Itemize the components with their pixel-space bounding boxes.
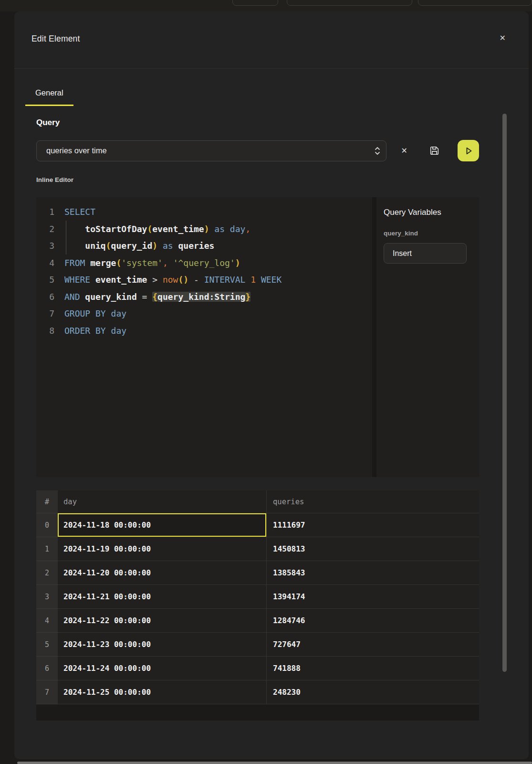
table-row: 32024-11-21 00:00:001394174 — [36, 585, 479, 609]
row-index-cell: 6 — [36, 657, 58, 680]
line-number: 2 — [36, 221, 54, 238]
code-line: 6AND query_kind = {query_kind:String} — [36, 288, 372, 306]
modal-header: Edit Element ✕ — [14, 11, 529, 69]
line-number: 5 — [36, 271, 54, 288]
line-number: 4 — [36, 255, 54, 272]
horizontal-scrollbar[interactable] — [17, 762, 532, 764]
code-text: ORDER BY day — [64, 322, 126, 340]
day-cell[interactable]: 2024-11-22 00:00:00 — [58, 609, 267, 633]
sql-editor[interactable]: 1SELECT2 toStartOfDay(event_time) as day… — [36, 197, 372, 477]
table-row: 12024-11-19 00:00:001450813 — [36, 537, 479, 561]
save-icon — [428, 145, 440, 157]
code-text: AND query_kind = {query_kind:String} — [64, 288, 250, 306]
run-query-button[interactable] — [458, 140, 479, 161]
day-cell[interactable]: 2024-11-23 00:00:00 — [58, 633, 267, 657]
day-cell[interactable]: 2024-11-25 00:00:00 — [58, 680, 267, 704]
background-input — [287, 0, 412, 6]
code-text: GROUP BY day — [64, 305, 126, 322]
code-line: 7GROUP BY day — [36, 305, 372, 322]
modal-title: Edit Element — [31, 34, 80, 44]
table-header-row: #dayqueries — [36, 490, 479, 513]
background-toolbar — [0, 0, 532, 11]
tab-general[interactable]: General — [25, 69, 73, 106]
queries-cell[interactable]: 741888 — [267, 657, 479, 680]
modal-content: Query queries over time ✕ — [14, 118, 529, 721]
day-cell[interactable]: 2024-11-19 00:00:00 — [58, 537, 267, 561]
code-text: FROM merge('system', '^query_log') — [64, 255, 240, 272]
table-footer — [36, 704, 479, 721]
tab-bar: General — [14, 69, 529, 106]
code-line: 5WHERE event_time > now() - INTERVAL 1 W… — [36, 271, 372, 288]
row-index-cell: 5 — [36, 633, 58, 657]
code-line: 8ORDER BY day — [36, 322, 372, 340]
column-header-day[interactable]: day — [58, 490, 267, 513]
table-row: 52024-11-23 00:00:00727647 — [36, 633, 479, 657]
queries-cell[interactable]: 248230 — [267, 680, 479, 704]
queries-cell[interactable]: 1284746 — [267, 609, 479, 633]
play-icon — [463, 146, 474, 156]
line-number: 7 — [36, 305, 54, 322]
row-index-cell: 4 — [36, 609, 58, 633]
row-index-cell: 7 — [36, 680, 58, 704]
table-row: 42024-11-22 00:00:001284746 — [36, 609, 479, 633]
query-select[interactable]: queries over time — [36, 140, 386, 161]
code-line: 2 toStartOfDay(event_time) as day, — [36, 221, 372, 238]
day-cell[interactable]: 2024-11-24 00:00:00 — [58, 657, 267, 680]
code-text: uniq(query_id) as queries — [64, 237, 214, 255]
variable-name-label: query_kind — [384, 230, 467, 237]
code-text: SELECT — [64, 203, 95, 221]
day-cell[interactable]: 2024-11-18 00:00:00 — [58, 513, 267, 537]
row-index-cell: 0 — [36, 513, 58, 537]
row-index-cell: 1 — [36, 537, 58, 561]
query-selector-row: queries over time ✕ — [36, 140, 479, 161]
edit-element-modal: Edit Element ✕ General Query queries ove… — [14, 11, 529, 759]
row-index-cell: 3 — [36, 585, 58, 609]
table-row: 02024-11-18 00:00:001111697 — [36, 513, 479, 537]
query-select-value: queries over time — [46, 146, 375, 155]
table-row: 22024-11-20 00:00:001385843 — [36, 561, 479, 585]
line-number: 3 — [36, 237, 54, 255]
save-query-button[interactable] — [428, 144, 441, 158]
query-section-heading: Query — [36, 118, 479, 127]
line-number: 6 — [36, 288, 54, 306]
column-header-queries[interactable]: queries — [267, 490, 479, 513]
code-text: toStartOfDay(event_time) as day, — [64, 221, 250, 238]
queries-cell[interactable]: 1111697 — [267, 513, 479, 537]
insert-variable-button[interactable]: Insert — [384, 243, 467, 264]
editor-container: 1SELECT2 toStartOfDay(event_time) as day… — [36, 197, 479, 477]
code-line: 3 uniq(query_id) as queries — [36, 237, 372, 255]
inline-editor-label: Inline Editor — [36, 176, 479, 183]
line-number: 1 — [36, 203, 54, 221]
close-icon[interactable]: ✕ — [498, 32, 508, 44]
query-actions: ✕ — [400, 140, 479, 161]
column-header-index: # — [36, 490, 58, 513]
background-button — [418, 0, 532, 6]
code-line: 4FROM merge('system', '^query_log') — [36, 255, 372, 272]
queries-cell[interactable]: 727647 — [267, 633, 479, 657]
table-row: 62024-11-24 00:00:00741888 — [36, 657, 479, 680]
row-index-cell: 2 — [36, 561, 58, 585]
day-cell[interactable]: 2024-11-21 00:00:00 — [58, 585, 267, 609]
queries-cell[interactable]: 1450813 — [267, 537, 479, 561]
queries-cell[interactable]: 1385843 — [267, 561, 479, 585]
query-variables-panel: Query Variables query_kind Insert — [372, 197, 479, 477]
day-cell[interactable]: 2024-11-20 00:00:00 — [58, 561, 267, 585]
line-number: 8 — [36, 322, 54, 340]
code-line: 1SELECT — [36, 203, 372, 221]
code-text: WHERE event_time > now() - INTERVAL 1 WE… — [64, 271, 282, 288]
modal-scrollbar[interactable] — [502, 114, 507, 672]
queries-cell[interactable]: 1394174 — [267, 585, 479, 609]
results-table: #dayqueries02024-11-18 00:00:00111169712… — [36, 490, 479, 721]
table-row: 72024-11-25 00:00:00248230 — [36, 680, 479, 704]
query-variables-heading: Query Variables — [384, 208, 467, 217]
select-chevrons-icon — [375, 146, 380, 156]
background-button — [232, 0, 278, 6]
clear-query-button[interactable]: ✕ — [400, 145, 408, 156]
